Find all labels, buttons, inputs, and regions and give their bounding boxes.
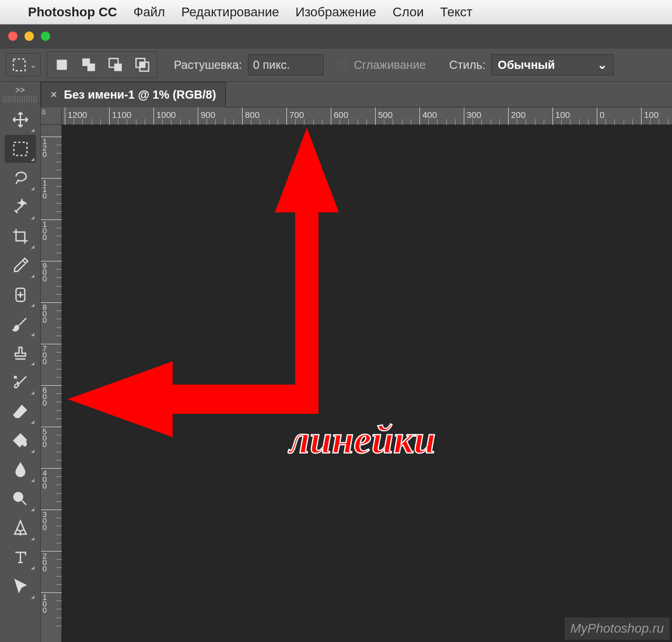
eyedropper-tool[interactable] [5, 252, 36, 280]
maximize-button[interactable] [41, 32, 50, 41]
ruler-v-tick: 200 [41, 551, 62, 572]
svg-rect-1 [57, 60, 66, 69]
style-dropdown[interactable]: Обычный ⌄ [491, 54, 614, 75]
close-tab-icon[interactable]: × [51, 89, 57, 101]
ruler-v-tick: 800 [41, 302, 62, 323]
window-chrome [0, 25, 672, 48]
ruler-v-tick: 500 [41, 427, 62, 448]
pen-tool[interactable] [5, 514, 36, 542]
menu-layers[interactable]: Слои [393, 5, 424, 20]
svg-point-11 [13, 493, 22, 501]
crop-tool[interactable] [5, 222, 36, 250]
add-selection-icon[interactable] [75, 53, 102, 76]
ruler-v-tick: 100 [41, 592, 62, 613]
healing-brush-tool[interactable] [5, 281, 36, 309]
tool-panel: >> [0, 82, 41, 642]
antialias-checkbox-wrap: Сглаживание [338, 58, 426, 72]
options-bar: ⌄ Растушевка: Сглаживание Стиль: Обычный… [0, 48, 672, 82]
history-brush-tool[interactable] [5, 368, 36, 396]
ruler-v-tick: 600 [41, 385, 62, 406]
eraser-tool[interactable] [5, 397, 36, 425]
dodge-tool[interactable] [5, 485, 36, 513]
style-value: Обычный [498, 58, 555, 72]
antialias-checkbox [338, 61, 347, 70]
feather-label: Растушевка: [174, 58, 242, 72]
menu-text[interactable]: Текст [440, 5, 473, 20]
ruler-h-tick: 1200 [65, 107, 87, 125]
ruler-horizontal[interactable]: 1200110010009008007006005004003002001000… [62, 107, 672, 125]
path-select-tool[interactable] [5, 573, 36, 601]
lasso-tool[interactable] [5, 164, 36, 192]
magic-wand-tool[interactable] [5, 193, 36, 221]
svg-rect-0 [13, 59, 25, 71]
tool-preset-picker[interactable]: ⌄ [6, 53, 41, 76]
ruler-v-tick: 700 [41, 344, 62, 365]
ruler-h-tick: 1100 [109, 107, 131, 125]
style-label: Стиль: [449, 58, 485, 72]
menu-edit[interactable]: Редактирование [181, 5, 279, 20]
minimize-button[interactable] [24, 32, 34, 41]
svg-rect-8 [140, 62, 145, 68]
ruler-v-tick: 900 [41, 261, 62, 282]
toolbar-expand[interactable]: >> [15, 85, 24, 96]
ruler-h-tick: 0 [597, 107, 604, 125]
move-tool[interactable] [5, 106, 36, 134]
document-tab-bar: × Без имени-1 @ 1% (RGB/8) [41, 82, 672, 107]
svg-marker-12 [275, 128, 339, 405]
menubar-app-name[interactable]: Photoshop CC [28, 5, 117, 20]
marquee-tool[interactable] [5, 135, 36, 163]
ruler-v-tick: 110 [41, 178, 62, 199]
chevron-down-icon: ⌄ [597, 58, 607, 72]
canvas[interactable]: линейки MyPhotoshop.ru [62, 125, 672, 642]
intersect-selection-icon[interactable] [129, 53, 156, 76]
brush-tool[interactable] [5, 310, 36, 338]
marquee-shape-group [47, 51, 158, 78]
ruler-v-tick: 400 [41, 468, 62, 489]
menu-file[interactable]: Файл [134, 5, 165, 20]
ruler-h-tick: 1000 [153, 107, 176, 125]
antialias-label: Сглаживание [354, 58, 426, 71]
canvas-wrap: 0 12001100100090080070060050040030020010… [41, 107, 672, 642]
ruler-v-tick: 100 [41, 219, 62, 240]
svg-rect-3 [88, 64, 95, 71]
macos-menubar: Photoshop CC Файл Редактирование Изображ… [0, 0, 672, 25]
ruler-vertical[interactable]: 120110100900800700600500400300200100 [41, 125, 62, 642]
close-button[interactable] [8, 32, 18, 41]
type-tool[interactable] [5, 543, 36, 571]
toolbar-grip[interactable] [3, 96, 38, 103]
stamp-tool[interactable] [5, 339, 36, 367]
ruler-v-tick: 120 [41, 137, 62, 158]
svg-rect-5 [114, 64, 122, 71]
document-area: × Без имени-1 @ 1% (RGB/8) 0 12001100100… [41, 82, 672, 642]
document-tab[interactable]: × Без имени-1 @ 1% (RGB/8) [41, 82, 226, 107]
ruler-corner: 0 [41, 107, 62, 125]
feather-input[interactable] [248, 54, 324, 75]
watermark: MyPhotoshop.ru [565, 617, 670, 640]
annotation-arrows [62, 125, 672, 633]
subtract-selection-icon[interactable] [102, 53, 129, 76]
svg-marker-13 [68, 361, 318, 437]
ruler-v-tick: 300 [41, 510, 62, 531]
new-selection-icon[interactable] [48, 53, 75, 76]
svg-rect-9 [13, 142, 27, 156]
blur-tool[interactable] [5, 456, 36, 484]
annotation-text: линейки [289, 417, 436, 463]
menu-image[interactable]: Изображение [295, 5, 376, 20]
document-tab-title: Без имени-1 @ 1% (RGB/8) [64, 88, 216, 102]
paint-bucket-tool[interactable] [5, 427, 36, 455]
